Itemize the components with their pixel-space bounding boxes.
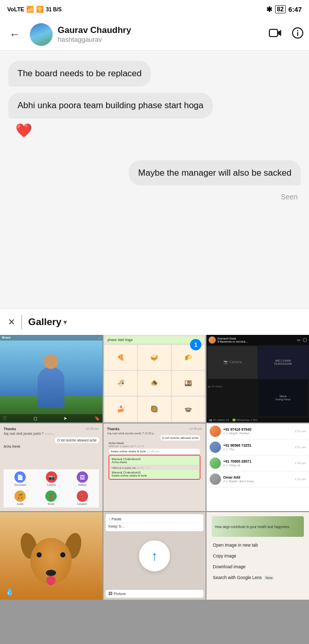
gallery-cell-9[interactable]: How dogs contribute to your health and h… — [207, 512, 309, 600]
back-button[interactable]: ← — [5, 26, 25, 43]
gallery-close-button[interactable]: × — [8, 315, 15, 329]
picture-item: 🖼 Picture — [109, 591, 201, 596]
paste-item: ↓ Paste — [109, 516, 201, 523]
chat-area: The board needs to be replaced Abhi unka… — [0, 50, 309, 308]
notification-row: Animesh DuttaIf Bartomeu is not kick... … — [207, 335, 309, 345]
time-display: 6:47 — [288, 6, 302, 13]
sticker-9: 🍲 — [172, 397, 205, 421]
icon-row: 📄 Document 📷 Camera 🖼 Gallery — [4, 469, 99, 488]
contact-item-2: +91 96586 73251 ✓✓ Thx 2:51 pm — [207, 439, 309, 455]
status-bar: VoLTE 📶 🛜 31 B/S ✱ 82 6:47 — [0, 0, 309, 19]
chat5-header: Thanks 12:25 pm — [107, 427, 202, 431]
image-preview: How dogs contribute to your health and h… — [212, 516, 304, 537]
icon-room: 🚪 Room — [45, 490, 57, 505]
media-thumb-2: MICCHAMIDUKKADAM — [258, 346, 308, 379]
contact-item-4: Omar Adil ✓✓ Baaki i don't know 1:51 pm — [207, 471, 309, 487]
gallery-title: Gallery — [28, 316, 61, 328]
media-thumb-4: WerkIrving hous — [258, 379, 308, 417]
gallery-cell-6[interactable]: +91 97416 97940 ✓✓ Alright. Perfect. 2:5… — [207, 423, 309, 511]
wifi-icon: 🛜 — [36, 6, 44, 13]
upload-button[interactable]: ↑ — [139, 540, 170, 571]
battery-icon: 82 — [275, 5, 286, 13]
chevron-down-icon: ▾ — [63, 318, 67, 326]
status-right: ✱ 82 6:47 — [266, 5, 302, 13]
signal-bars: 📶 — [26, 6, 34, 13]
gallery-cell-7[interactable]: 💧 — [0, 512, 102, 600]
notif-dot — [303, 338, 307, 342]
open-new-tab-item[interactable]: Open image in new tab — [212, 540, 304, 551]
sticker-2: 🥪 — [138, 345, 171, 370]
sticker-5: 🧆 — [138, 371, 171, 396]
gallery-grid: ♡ ◻ ➤ 🔖 Brace ⋯ phase start hoga 🍕 🥪 🌮 🍜… — [0, 335, 309, 644]
contact-item-1: +91 97416 97940 ✓✓ Alright. Perfect. 2:5… — [207, 423, 309, 439]
sticker-3: 🌮 — [172, 345, 205, 370]
message-3: Maybe the manager will also be sacked — [129, 160, 301, 186]
water-drop-icon: 💧 — [5, 587, 14, 596]
icon-camera: 📷 Camera — [46, 471, 57, 486]
contact-handle: hashtaggaurav — [58, 36, 264, 43]
chat4-msg2: Acha theek — [4, 445, 99, 448]
sticker-1: 🍕 — [105, 345, 138, 370]
download-image-item[interactable]: Download image — [212, 562, 304, 572]
media-thumb-3: ▶ All videos — [208, 379, 258, 417]
gallery-cell-1[interactable]: ♡ ◻ ➤ 🔖 Brace ⋯ — [0, 335, 102, 422]
message-1: The board needs to be replaced — [8, 61, 151, 87]
sticker-6: 🍱 — [172, 371, 205, 396]
chat4-header: Thanks 12:29 pm — [4, 427, 99, 431]
green-bubble2: Manasij Chakraborti2Saala online alada h… — [110, 470, 199, 478]
chat5-bubble3: Saala online alada hi bole 12:48 pm — [109, 449, 200, 454]
dog-face — [25, 538, 77, 589]
notif-text: Animesh DuttaIf Bartomeu is not kick... — [217, 337, 295, 343]
green-bubble1: Manasij Chakraborti2Acha theek — [110, 456, 199, 465]
chat4-msg1: Aaj raat obdi janate parbi ? 12:25 p... — [4, 432, 99, 435]
gallery-divider — [21, 315, 22, 329]
notif-avatar — [209, 336, 216, 344]
svg-point-3 — [297, 30, 298, 31]
gallery-cell-2[interactable]: phase start hoga 🍕 🥪 🌮 🍜 🧆 🍱 🍰 🥘 🍲 1 — [104, 335, 206, 422]
chat5-bubble1: O toh bolche allowed ache — [161, 435, 200, 440]
chat-preview-text: phase start hoga — [105, 336, 204, 343]
icon-audio: 🎵 Audio — [14, 490, 26, 505]
contact-name: Gaurav Chaudhry — [58, 25, 264, 36]
contact-list: +91 97416 97940 ✓✓ Alright. Perfect. 2:5… — [207, 423, 309, 511]
svg-rect-0 — [269, 29, 278, 37]
gallery-title-row[interactable]: Gallery ▾ — [28, 316, 67, 328]
sticker-4: 🍜 — [105, 371, 138, 396]
search-google-item[interactable]: Search with Google Lens New — [212, 572, 304, 583]
speed-indicator: 31 B/S — [46, 7, 62, 12]
chat-header: ← Gaurav Chaudhry hashtaggaurav — [0, 19, 309, 50]
copy-image-item[interactable]: Copy image — [212, 551, 304, 562]
red-border-container: Manasij Chakraborti2Acha theek Hithout e… — [109, 455, 201, 480]
upload-arrow-icon: ↑ — [151, 548, 158, 564]
icon-row-2: 🎵 Audio 🚪 Room 📍 Location — [4, 488, 99, 507]
context-menu-bottom: 🖼 Picture — [106, 590, 204, 598]
sticker-grid: 🍕 🥪 🌮 🍜 🧆 🍱 🍰 🥘 🍲 — [104, 344, 206, 422]
icon-document: 📄 Document — [14, 471, 26, 486]
avatar[interactable] — [30, 23, 53, 46]
keep-item: Keep S... — [109, 523, 201, 530]
gallery-cell-4[interactable]: Thanks 12:29 pm Aaj raat obdi janate par… — [0, 423, 102, 511]
media-footer: 📹 All videos 93 🟢 WhatsApp 2,502 — [207, 417, 309, 422]
bubble-text: Hithout e pass na 12:57 ✓✓ — [110, 465, 199, 470]
gallery-cell-3[interactable]: Animesh DuttaIf Bartomeu is not kick... … — [207, 335, 309, 422]
chat5-msg: Aaj raat obdi janate parbi ? 12:25 p... — [107, 432, 202, 435]
gallery-cell-8[interactable]: ↓ Paste Keep S... ↑ 🖼 Picture — [104, 512, 206, 600]
icon-gallery: 🖼 Gallery — [77, 471, 88, 486]
media-thumb-1: 📷 Camera — [208, 346, 258, 379]
gallery-header: × Gallery ▾ — [0, 308, 309, 335]
gallery-cell-5[interactable]: Thanks 12:25 pm Aaj raat obdi janate par… — [104, 423, 206, 511]
contact-info: Gaurav Chaudhry hashtaggaurav — [58, 25, 264, 43]
header-icons — [269, 27, 304, 42]
context-menu-top: ↓ Paste Keep S... — [106, 514, 204, 531]
contact-item-3: +91 70695 28971 ✓✓ Okay sir 2:46 pm — [207, 455, 309, 471]
message-2: Abhi unka poora team building phase star… — [8, 93, 213, 118]
icon-location: 📍 Location — [77, 490, 88, 505]
heart-reaction: ❤️ — [15, 123, 301, 139]
bluetooth-icon: ✱ — [266, 5, 272, 13]
chat4-bubble1: O toh bolche allowed ache — [55, 437, 99, 443]
video-call-button[interactable] — [269, 28, 282, 41]
sticker-8: 🥘 — [138, 397, 171, 421]
volte-indicator: VoLTE — [7, 6, 24, 12]
info-button[interactable] — [291, 27, 304, 42]
sticker-7: 🍰 — [105, 397, 138, 421]
